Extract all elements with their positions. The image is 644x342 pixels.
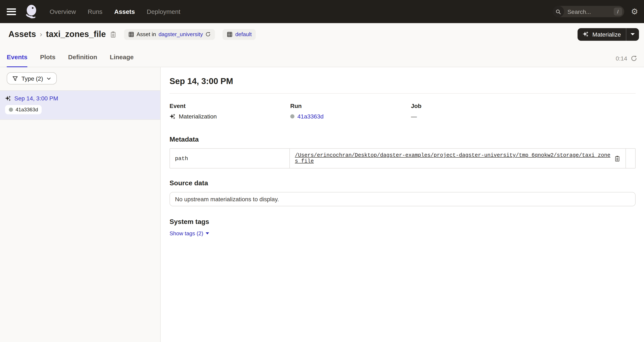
grid-icon — [227, 31, 233, 37]
show-tags-toggle[interactable]: Show tags (2) — [170, 230, 209, 237]
type-filter-button[interactable]: Type (2) — [7, 72, 57, 84]
event-run-id: 41a3363d — [16, 107, 38, 113]
source-data-empty-box: No upstream materializations to display. — [170, 192, 636, 206]
event-list-item-selected[interactable]: Sep 14, 3:00 PM 41a3363d — [0, 90, 160, 120]
event-column-label: Event — [170, 103, 290, 109]
system-tags-section: System tags Show tags (2) — [170, 218, 636, 237]
breadcrumb-separator: › — [40, 30, 42, 38]
source-data-section: Source data No upstream materializations… — [170, 179, 636, 206]
system-tags-heading: System tags — [170, 218, 636, 226]
job-column-value: — — [411, 113, 532, 120]
event-timestamp-link[interactable]: Sep 14, 3:00 PM — [14, 95, 58, 102]
event-detail-heading: Sep 14, 3:00 PM — [170, 76, 636, 86]
group-link[interactable]: default — [235, 31, 252, 37]
nav-item-runs[interactable]: Runs — [88, 8, 102, 15]
asset-tabs: Events Plots Definition Lineage 0:14 — [0, 45, 644, 67]
dagster-app: Overview Runs Assets Deployment Search..… — [0, 0, 644, 342]
run-status-dot — [9, 108, 13, 112]
event-type-text: Materialization — [179, 113, 217, 120]
reload-location-icon[interactable] — [206, 31, 211, 37]
event-summary-columns: Event Materialization Run 41a3363d Job — [170, 103, 636, 120]
materialize-dropdown-button[interactable] — [626, 28, 639, 40]
asset-in-prefix: Asset in — [136, 31, 156, 37]
hamburger-menu-icon[interactable] — [7, 8, 16, 15]
run-column: Run 41a3363d — [290, 103, 411, 120]
dagster-logo-icon[interactable] — [24, 4, 39, 19]
nav-item-assets[interactable]: Assets — [114, 8, 135, 15]
chevron-down-icon — [46, 76, 52, 81]
filter-area: Type (2) — [0, 67, 160, 90]
event-column-value: Materialization — [170, 113, 290, 120]
event-column: Event Materialization — [170, 103, 290, 120]
source-data-heading: Source data — [170, 179, 636, 187]
refresh-countdown: 0:14 — [616, 55, 638, 67]
job-column-label: Job — [411, 103, 532, 109]
settings-gear-icon[interactable]: ⚙ — [631, 7, 638, 15]
event-timestamp-line: Sep 14, 3:00 PM — [5, 95, 155, 102]
search-shortcut-key: / — [614, 7, 622, 15]
code-location-badge: Asset in dagster_university — [124, 29, 215, 40]
materialize-button-group: Materialize — [578, 28, 639, 40]
event-detail-pane: Sep 14, 3:00 PM Event Materialization Ru… — [161, 67, 644, 342]
metadata-table: path /Users/erincochran/Desktop/dagster-… — [170, 148, 636, 169]
tab-lineage[interactable]: Lineage — [110, 53, 134, 67]
job-empty-value: — — [411, 113, 417, 120]
metadata-section: Metadata path /Users/erincochran/Desktop… — [170, 136, 636, 169]
copy-asset-name-icon[interactable] — [110, 31, 116, 38]
events-page-body: Type (2) Sep 14, 3:00 PM 41a3363d Sep 14… — [0, 67, 644, 342]
breadcrumb-assets-link[interactable]: Assets — [8, 29, 36, 39]
asset-header-row: Assets › taxi_zones_file Asset in dagste… — [0, 23, 644, 45]
run-id-link[interactable]: 41a3363d — [298, 113, 324, 120]
refresh-icon[interactable] — [630, 55, 637, 62]
heading-divider — [170, 93, 636, 94]
countdown-value: 0:14 — [616, 55, 628, 62]
job-column: Job — — [411, 103, 532, 120]
run-column-label: Run — [290, 103, 411, 109]
copy-path-icon[interactable] — [614, 155, 620, 162]
group-badge: default — [223, 29, 256, 40]
type-filter-label: Type (2) — [22, 75, 43, 82]
primary-nav: Overview Runs Assets Deployment — [50, 8, 180, 15]
event-run-tag[interactable]: 41a3363d — [5, 105, 42, 114]
metadata-heading: Metadata — [170, 136, 636, 143]
search-input[interactable]: Search... / — [553, 6, 624, 17]
metadata-path-link[interactable]: /Users/erincochran/Desktop/dagster-examp… — [295, 153, 611, 164]
source-data-empty-message: No upstream materializations to display. — [175, 196, 279, 202]
table-icon — [128, 31, 134, 37]
metadata-value-cell: /Users/erincochran/Desktop/dagster-examp… — [290, 149, 626, 168]
sparkle-icon — [583, 31, 589, 37]
metadata-key-cell: path — [170, 149, 290, 168]
search-icon — [553, 6, 564, 17]
materialize-label: Materialize — [592, 31, 621, 38]
nav-item-deployment[interactable]: Deployment — [147, 8, 180, 15]
run-column-value: 41a3363d — [290, 113, 411, 120]
nav-item-overview[interactable]: Overview — [50, 8, 76, 15]
tab-definition[interactable]: Definition — [68, 53, 97, 67]
events-sidebar: Type (2) Sep 14, 3:00 PM 41a3363d — [0, 67, 161, 342]
run-status-dot — [290, 114, 294, 119]
materialization-sparkle-icon — [5, 95, 11, 101]
funnel-icon — [12, 75, 18, 81]
show-tags-label: Show tags (2) — [170, 230, 203, 237]
breadcrumb-asset-name: taxi_zones_file — [46, 29, 106, 39]
search-placeholder: Search... — [568, 8, 614, 15]
caret-down-icon — [630, 33, 635, 35]
materialization-sparkle-icon — [170, 113, 176, 120]
top-nav-bar: Overview Runs Assets Deployment Search..… — [0, 0, 644, 23]
metadata-end-cell — [626, 149, 635, 168]
tab-plots[interactable]: Plots — [40, 53, 55, 67]
tab-events[interactable]: Events — [7, 53, 27, 67]
code-location-link[interactable]: dagster_university — [158, 31, 203, 37]
triangle-down-icon — [206, 232, 209, 234]
materialize-button[interactable]: Materialize — [578, 28, 626, 40]
